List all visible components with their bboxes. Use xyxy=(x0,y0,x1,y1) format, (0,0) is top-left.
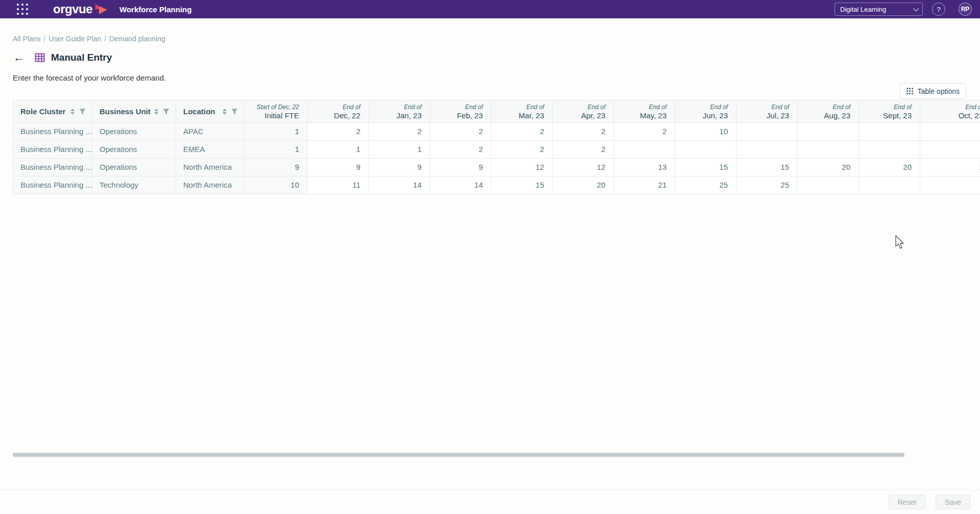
save-button[interactable]: Save xyxy=(936,495,970,509)
forecast-value-cell[interactable]: 9 xyxy=(430,159,492,176)
forecast-value-cell[interactable]: 15 xyxy=(675,159,737,176)
forecast-value-cell[interactable]: 9 xyxy=(308,159,369,176)
page-subtitle: Enter the forecast of your workforce dem… xyxy=(13,73,166,82)
footer-bar: Reset Save xyxy=(0,490,980,514)
reset-button[interactable]: Reset xyxy=(889,495,926,509)
filter-icon[interactable] xyxy=(79,109,86,115)
sort-icon[interactable] xyxy=(70,109,75,115)
forecast-value-cell[interactable]: 2 xyxy=(492,141,553,159)
sort-icon[interactable] xyxy=(154,109,158,115)
forecast-value-cell[interactable] xyxy=(614,141,675,159)
column-header-month-label: Initial FTE xyxy=(264,111,299,120)
help-button[interactable]: ? xyxy=(932,3,945,16)
breadcrumb-demand-planning[interactable]: Demand planning xyxy=(109,35,165,43)
column-header-period-label: End of xyxy=(649,104,667,111)
forecast-value-cell[interactable]: 1 xyxy=(920,159,980,176)
forecast-value-cell[interactable]: 12 xyxy=(553,159,614,176)
forecast-value-cell[interactable]: 2 xyxy=(492,123,553,141)
column-header-label: Role Cluster xyxy=(20,107,65,116)
forecast-value-cell[interactable]: 15 xyxy=(492,176,553,194)
forecast-value-cell[interactable]: 2 xyxy=(430,123,492,141)
forecast-value-cell[interactable]: 15 xyxy=(737,159,798,176)
forecast-value-cell[interactable]: 25 xyxy=(737,176,798,194)
orgvue-logo: orgvue xyxy=(53,3,108,15)
forecast-value-cell[interactable] xyxy=(675,141,737,159)
column-header-period-label: End of xyxy=(526,104,544,111)
forecast-value-cell[interactable] xyxy=(737,123,798,141)
forecast-value-cell[interactable] xyxy=(920,123,980,141)
forecast-value-cell[interactable]: 2 xyxy=(614,123,675,141)
column-header-label: Location xyxy=(183,107,215,116)
forecast-value-cell[interactable]: 14 xyxy=(369,176,430,194)
forecast-value-cell[interactable]: 1 xyxy=(369,141,430,159)
business-unit-cell: Technology xyxy=(92,176,176,194)
forecast-value-cell[interactable]: 14 xyxy=(430,176,492,194)
manual-entry-grid: Role ClusterBusiness UnitLocationStart o… xyxy=(13,100,980,195)
business-unit-cell: Operations xyxy=(92,123,176,141)
column-header-jul-23: End ofJul, 23 xyxy=(737,100,798,123)
table-row: Business Planning ...OperationsEMEA11122… xyxy=(13,141,980,159)
grid-header-row: Role ClusterBusiness UnitLocationStart o… xyxy=(13,100,980,123)
forecast-value-cell[interactable] xyxy=(859,123,920,141)
forecast-value-cell[interactable]: 2 xyxy=(369,123,430,141)
forecast-value-cell[interactable] xyxy=(920,176,980,194)
forecast-value-cell[interactable]: 11 xyxy=(308,176,369,194)
forecast-value-cell[interactable] xyxy=(859,141,920,159)
app-title: Workforce Planning xyxy=(119,5,191,14)
column-header-period-label: End of xyxy=(771,104,789,111)
forecast-value-cell[interactable]: 12 xyxy=(492,159,553,176)
location-cell: EMEA xyxy=(176,141,244,159)
column-header-month-label: Sept, 23 xyxy=(883,111,912,120)
top-bar: orgvue Workforce Planning Digital Learni… xyxy=(0,0,980,18)
forecast-value-cell[interactable]: 2 xyxy=(308,123,369,141)
business-unit-cell: Operations xyxy=(92,159,176,176)
breadcrumb-user-guide-plan[interactable]: User Guide Plan xyxy=(48,35,101,43)
column-header-month-label: Aug, 23 xyxy=(824,111,850,120)
filter-icon[interactable] xyxy=(231,109,238,115)
horizontal-scrollbar[interactable] xyxy=(13,453,904,457)
forecast-value-cell[interactable]: 20 xyxy=(553,176,614,194)
initial-fte-cell: 1 xyxy=(244,141,308,159)
forecast-value-cell[interactable]: 9 xyxy=(369,159,430,176)
breadcrumb-separator: / xyxy=(43,35,45,43)
filter-icon[interactable] xyxy=(163,109,169,115)
grid-icon xyxy=(906,88,913,94)
workspace-selector[interactable]: Digital Learning xyxy=(835,3,923,16)
forecast-value-cell[interactable]: 2 xyxy=(430,141,492,159)
location-cell: APAC xyxy=(176,123,244,141)
back-button[interactable]: ← xyxy=(10,52,28,63)
column-header-sept-23: End ofSept, 23 xyxy=(859,100,920,123)
forecast-value-cell[interactable] xyxy=(920,141,980,159)
forecast-value-cell[interactable] xyxy=(798,176,859,194)
forecast-value-cell[interactable]: 1 xyxy=(308,141,369,159)
forecast-value-cell[interactable]: 20 xyxy=(859,159,920,176)
column-header-period-label: End of xyxy=(342,104,360,111)
column-header-month-label: Mar, 23 xyxy=(519,111,544,120)
forecast-value-cell[interactable]: 25 xyxy=(675,176,737,194)
column-header-period-label: End of xyxy=(710,104,728,111)
column-header-mar-23: End ofMar, 23 xyxy=(492,100,553,123)
forecast-value-cell[interactable]: 13 xyxy=(614,159,675,176)
column-header-month-label: May, 23 xyxy=(640,111,667,120)
forecast-value-cell[interactable]: 2 xyxy=(553,141,614,159)
forecast-value-cell[interactable]: 2 xyxy=(553,123,614,141)
avatar[interactable]: RP xyxy=(959,3,972,16)
column-header-month-label: Dec, 22 xyxy=(334,111,360,120)
forecast-value-cell[interactable] xyxy=(859,176,920,194)
app-launcher-icon[interactable] xyxy=(15,3,30,15)
breadcrumb-all-plans[interactable]: All Plans xyxy=(13,35,40,43)
forecast-value-cell[interactable]: 21 xyxy=(614,176,675,194)
forecast-value-cell[interactable]: 20 xyxy=(798,159,859,176)
column-header-month-label: Jan, 23 xyxy=(397,111,422,120)
forecast-value-cell[interactable] xyxy=(798,123,859,141)
chevron-down-icon xyxy=(913,6,919,11)
sort-icon[interactable] xyxy=(223,109,227,115)
forecast-value-cell[interactable] xyxy=(737,141,798,159)
table-row: Business Planning ...OperationsAPAC12222… xyxy=(13,123,980,141)
forecast-value-cell[interactable]: 10 xyxy=(675,123,737,141)
table-row: Business Planning ...OperationsNorth Ame… xyxy=(13,159,980,176)
table-options-button[interactable]: Table options xyxy=(900,83,966,99)
table-row: Business Planning ...TechnologyNorth Ame… xyxy=(13,176,980,194)
column-header-month-label: Jul, 23 xyxy=(767,111,789,120)
forecast-value-cell[interactable] xyxy=(798,141,859,159)
